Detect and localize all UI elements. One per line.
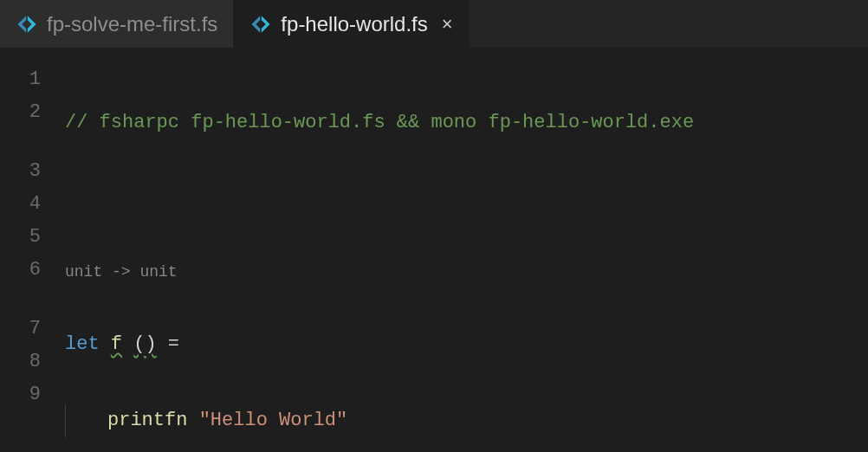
code-line bbox=[65, 183, 868, 216]
code-line: printfn "Hello World" bbox=[65, 404, 868, 437]
line-number: 3 bbox=[0, 155, 41, 188]
line-number: 7 bbox=[0, 313, 41, 345]
line-number: 2 bbox=[0, 96, 41, 129]
code-line: // fsharpc fp-hello-world.fs && mono fp-… bbox=[65, 107, 868, 139]
tab-label: fp-hello-world.fs bbox=[281, 12, 427, 36]
line-number: 5 bbox=[0, 221, 41, 254]
tab-label: fp-solve-me-first.fs bbox=[47, 12, 217, 36]
inlay-hint: unit -> unit bbox=[65, 259, 868, 285]
line-number: 8 bbox=[0, 345, 41, 378]
tab-bar: fp-solve-me-first.fs fp-hello-world.fs × bbox=[0, 0, 868, 48]
tab-fp-solve-me-first[interactable]: fp-solve-me-first.fs bbox=[0, 0, 234, 48]
line-number: 6 bbox=[0, 254, 41, 287]
code-line: let f () = bbox=[65, 328, 868, 361]
line-number: 1 bbox=[0, 63, 41, 96]
editor[interactable]: 1 2 3 4 5 6 7 8 9 // fsharpc fp-hello-wo… bbox=[0, 48, 868, 452]
code-content[interactable]: // fsharpc fp-hello-world.fs && mono fp-… bbox=[65, 63, 868, 452]
tab-fp-hello-world[interactable]: fp-hello-world.fs × bbox=[234, 0, 469, 48]
fsharp-icon bbox=[249, 13, 272, 36]
line-number: 4 bbox=[0, 188, 41, 221]
line-number: 9 bbox=[0, 378, 41, 411]
fsharp-icon bbox=[16, 13, 38, 36]
line-number-gutter: 1 2 3 4 5 6 7 8 9 bbox=[0, 63, 65, 452]
close-icon[interactable]: × bbox=[442, 15, 453, 34]
